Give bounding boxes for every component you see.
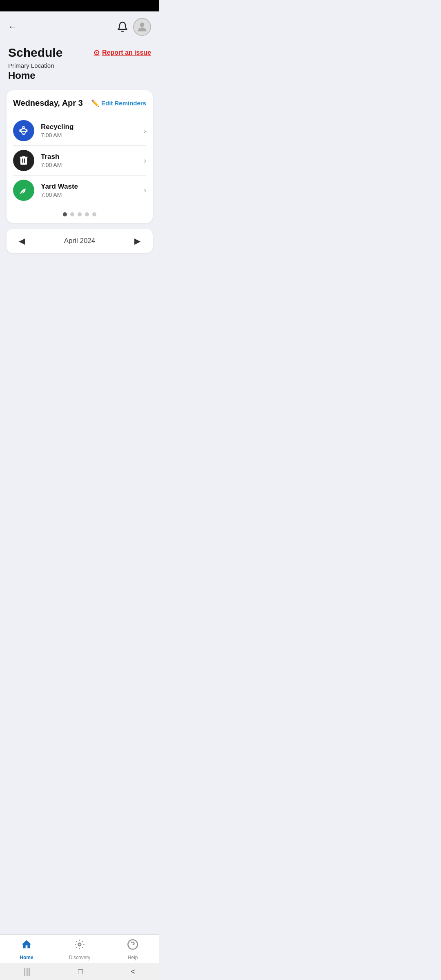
svg-point-0: [140, 22, 145, 27]
location-label: Primary Location: [8, 62, 151, 69]
page-title: Schedule: [8, 46, 62, 60]
schedule-card: Wednesday, Apr 3 ✏️ Edit Reminders Recyc…: [7, 90, 153, 223]
yard-waste-chevron-icon: ›: [144, 186, 146, 195]
schedule-item-trash[interactable]: Trash 7:00 AM ›: [13, 146, 146, 175]
report-issue-icon: ⊙: [94, 48, 100, 57]
avatar[interactable]: [133, 18, 151, 36]
trash-text: Trash 7:00 AM: [41, 153, 144, 168]
status-bar: [0, 0, 159, 11]
yard-waste-name: Yard Waste: [41, 183, 144, 191]
trash-time: 7:00 AM: [41, 162, 144, 168]
notification-bell-icon[interactable]: [117, 21, 128, 33]
recycling-name: Recycling: [41, 123, 144, 131]
trash-icon-circle: [13, 150, 34, 171]
calendar-month-label: April 2024: [64, 237, 96, 245]
dot-1[interactable]: [63, 212, 67, 216]
dot-5[interactable]: [92, 212, 96, 216]
yard-waste-time: 7:00 AM: [41, 192, 144, 198]
carousel-dots: [13, 212, 146, 216]
schedule-item-recycling[interactable]: Recycling 7:00 AM ›: [13, 116, 146, 145]
yard-waste-text: Yard Waste 7:00 AM: [41, 183, 144, 198]
recycling-icon-circle: [13, 120, 34, 141]
dot-4[interactable]: [85, 212, 89, 216]
calendar-card: ◀ April 2024 ▶: [7, 229, 153, 253]
header: ←: [0, 11, 159, 40]
edit-reminders-label: Edit Reminders: [101, 100, 146, 107]
calendar-prev-button[interactable]: ◀: [15, 234, 29, 247]
trash-chevron-icon: ›: [144, 156, 146, 165]
yard-waste-icon-circle: [13, 180, 34, 201]
recycling-time: 7:00 AM: [41, 132, 144, 138]
page-title-area: Schedule ⊙ Report an issue Primary Locat…: [0, 40, 159, 85]
edit-reminders-button[interactable]: ✏️ Edit Reminders: [91, 99, 146, 107]
back-button[interactable]: ←: [8, 22, 17, 32]
location-name: Home: [8, 70, 151, 81]
report-issue-button[interactable]: ⊙ Report an issue: [94, 48, 151, 57]
dot-3[interactable]: [78, 212, 82, 216]
report-issue-label: Report an issue: [102, 49, 151, 56]
recycling-text: Recycling 7:00 AM: [41, 123, 144, 138]
calendar-next-button[interactable]: ▶: [130, 234, 145, 247]
dot-2[interactable]: [70, 212, 74, 216]
edit-pencil-icon: ✏️: [91, 99, 99, 107]
schedule-item-yard-waste[interactable]: Yard Waste 7:00 AM ›: [13, 176, 146, 205]
trash-name: Trash: [41, 153, 144, 161]
card-date: Wednesday, Apr 3: [13, 98, 83, 108]
recycling-chevron-icon: ›: [144, 127, 146, 135]
